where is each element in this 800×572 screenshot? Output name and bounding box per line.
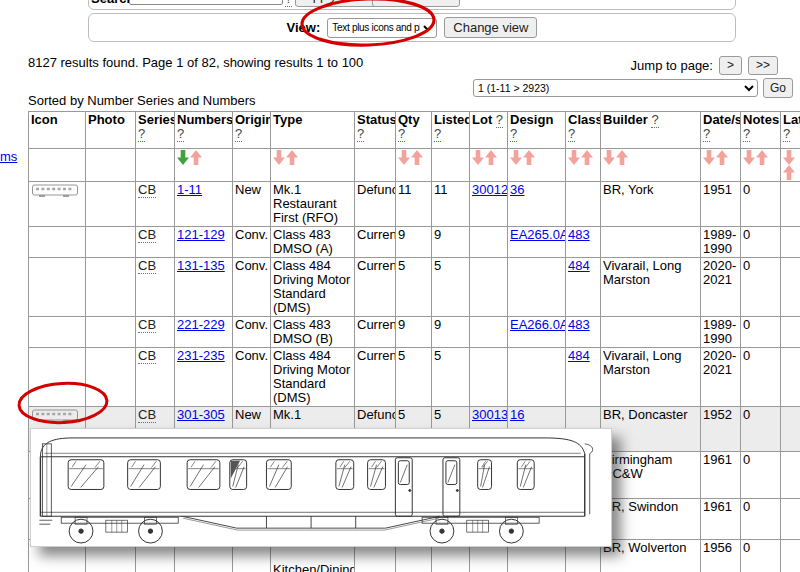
cell-lot — [470, 258, 508, 317]
next-page-button[interactable]: > — [719, 56, 742, 75]
view-select[interactable]: Text plus icons and photos — [327, 18, 437, 38]
carriage-drawing — [31, 429, 611, 546]
table-row: CB121-129Conv.Class 483 DMSO (A)Current9… — [29, 227, 800, 258]
sort-up-arrow[interactable] — [411, 150, 423, 165]
cell-origin: Conv. — [233, 258, 271, 317]
cell-design — [508, 348, 566, 407]
col-label: Listed — [434, 112, 470, 127]
col-label: Builder — [603, 112, 648, 127]
series-link[interactable]: CB — [138, 258, 156, 274]
design-link[interactable]: EA265.0A — [510, 227, 566, 242]
view-label: View: — [287, 20, 321, 35]
sort-down-arrow[interactable] — [743, 150, 755, 165]
go-button[interactable]: Go — [763, 78, 793, 98]
cell-notes: 0 — [741, 258, 781, 317]
numbers-link[interactable]: 131-135 — [177, 258, 225, 273]
class-link[interactable]: 483 — [568, 227, 590, 242]
lot-link[interactable]: 30012 — [472, 182, 508, 197]
coach-icon[interactable] — [31, 411, 79, 426]
sort-cell-latest — [781, 149, 800, 182]
clear-filters-button[interactable]: Clear Filters — [372, 0, 460, 7]
cell-class: 483 — [566, 317, 601, 348]
sort-down-arrow[interactable] — [510, 150, 522, 165]
sort-cell-type — [271, 149, 355, 182]
cell-type: Class 484 Driving Motor Standard (DMS) — [271, 258, 355, 317]
series-link[interactable]: CB — [138, 227, 156, 243]
lot-link[interactable]: 30013 — [472, 407, 508, 422]
col-help-notes[interactable]: ? — [743, 126, 750, 142]
sort-up-arrow[interactable] — [190, 150, 202, 165]
sort-up-arrow[interactable] — [485, 150, 497, 165]
col-help-lot[interactable]: ? — [496, 112, 503, 128]
sort-row — [29, 149, 800, 182]
cell-lot — [470, 227, 508, 258]
numbers-link[interactable]: 121-129 — [177, 227, 225, 242]
cell-icon — [29, 317, 86, 348]
col-help-class[interactable]: ? — [568, 126, 575, 142]
col-help-numbers[interactable]: ? — [177, 126, 184, 142]
numbers-link[interactable]: 301-305 — [177, 407, 225, 422]
class-link[interactable]: 484 — [568, 258, 590, 273]
last-page-button[interactable]: >> — [748, 56, 778, 75]
class-link[interactable]: 484 — [568, 348, 590, 363]
cell-origin: New — [233, 182, 271, 227]
series-link[interactable]: CB — [138, 348, 156, 364]
series-link[interactable]: CB — [138, 407, 156, 423]
sort-up-arrow[interactable] — [616, 150, 628, 165]
cell-numbers: 231-235 — [175, 348, 233, 407]
numbers-link[interactable]: 221-229 — [177, 317, 225, 332]
sort-down-arrow[interactable] — [398, 150, 410, 165]
design-link[interactable]: 16 — [510, 407, 524, 422]
series-link[interactable]: CB — [138, 317, 156, 333]
col-help-listed[interactable]: ? — [434, 126, 441, 142]
cell-icon — [29, 258, 86, 317]
sort-up-arrow[interactable] — [716, 150, 728, 165]
design-link[interactable]: 36 — [510, 182, 524, 197]
sort-up-arrow[interactable] — [523, 150, 535, 165]
page-select[interactable]: 1 (1-11 > 2923) — [473, 79, 758, 97]
sort-down-arrow[interactable] — [273, 150, 285, 165]
sort-up-arrow[interactable] — [783, 165, 795, 180]
cell-dates: 1961 — [701, 452, 741, 499]
series-link[interactable]: CB — [138, 182, 156, 198]
sort-down-arrow[interactable] — [703, 150, 715, 165]
change-view-button[interactable]: Change view — [444, 17, 537, 38]
cell-status: Current — [355, 258, 396, 317]
col-help-builder[interactable]: ? — [651, 112, 658, 128]
col-help-origin[interactable]: ? — [235, 126, 242, 142]
sort-down-arrow[interactable] — [603, 150, 615, 165]
search-help-link[interactable]: ? — [285, 0, 292, 7]
side-link[interactable]: ms — [0, 149, 17, 164]
cell-notes: 0 — [741, 227, 781, 258]
sort-up-arrow[interactable] — [581, 150, 593, 165]
class-link[interactable]: 483 — [568, 317, 590, 332]
col-header-notes: Notes? — [741, 112, 781, 149]
table-row: CB231-235Conv.Class 484 Driving Motor St… — [29, 348, 800, 407]
col-help-dates[interactable]: ? — [703, 126, 710, 142]
cell-numbers: 121-129 — [175, 227, 233, 258]
sort-down-arrow[interactable] — [472, 150, 484, 165]
cell-latest — [781, 258, 800, 317]
coach-icon[interactable] — [31, 186, 79, 201]
col-help-design[interactable]: ? — [510, 126, 517, 142]
sort-up-arrow[interactable] — [756, 150, 768, 165]
col-label: Latest — [783, 112, 800, 127]
col-help-series[interactable]: ? — [138, 126, 145, 142]
sort-down-arrow[interactable] — [783, 150, 795, 165]
cell-notes: 0 — [741, 348, 781, 407]
sort-up-arrow[interactable] — [286, 150, 298, 165]
numbers-link[interactable]: 231-235 — [177, 348, 225, 363]
cell-dates: 1952 — [701, 407, 741, 452]
cell-notes: 0 — [741, 452, 781, 499]
sort-down-arrow[interactable] — [568, 150, 580, 165]
sort-down-arrow[interactable] — [177, 150, 189, 165]
search-input[interactable] — [129, 0, 283, 5]
cell-builder: BR, York — [601, 182, 701, 227]
col-help-status[interactable]: ? — [357, 126, 364, 142]
numbers-link[interactable]: 1-11 — [177, 182, 202, 197]
col-help-qty[interactable]: ? — [398, 126, 405, 142]
cell-builder: Vivarail, Long Marston — [601, 348, 701, 407]
cell-latest — [781, 407, 800, 452]
col-help-latest[interactable]: ? — [783, 126, 790, 142]
design-link[interactable]: EA266.0A — [510, 317, 566, 332]
